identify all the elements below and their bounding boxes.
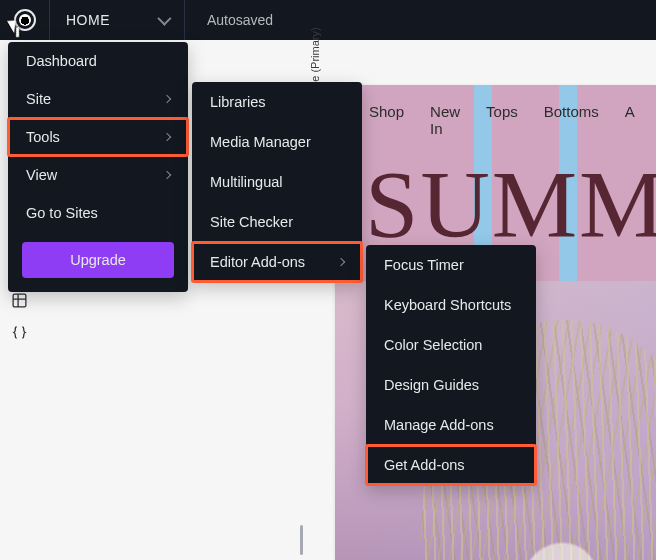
addons-item-get-addons[interactable]: Get Add-ons	[366, 445, 536, 485]
home-menu-label: HOME	[66, 12, 110, 28]
menu-item-tools[interactable]: Tools	[8, 118, 188, 156]
top-bar: HOME Autosaved	[0, 0, 656, 40]
main-menu: Dashboard Site Tools View Go to Sites Up…	[8, 42, 188, 292]
addons-item-focus-timer[interactable]: Focus Timer	[366, 245, 536, 285]
chevron-right-icon	[163, 133, 171, 141]
upgrade-button[interactable]: Upgrade	[22, 242, 174, 278]
braces-icon[interactable]	[11, 324, 28, 341]
addons-submenu: Focus Timer Keyboard Shortcuts Color Sel…	[366, 245, 536, 485]
menu-item-dashboard[interactable]: Dashboard	[8, 42, 188, 80]
addons-item-manage-addons[interactable]: Manage Add-ons	[366, 405, 536, 445]
left-rail	[0, 292, 38, 341]
tools-submenu: Libraries Media Manager Multilingual Sit…	[192, 82, 362, 282]
nav-link-shop[interactable]: Shop	[369, 103, 404, 137]
autosave-status: Autosaved	[185, 0, 295, 40]
submenu-item-editor-addons[interactable]: Editor Add-ons	[192, 242, 362, 282]
canvas-resize-handle[interactable]	[300, 525, 303, 555]
app-logo-cell[interactable]	[0, 0, 50, 40]
chevron-right-icon	[163, 95, 171, 103]
menu-item-site[interactable]: Site	[8, 80, 188, 118]
grid-icon[interactable]	[11, 292, 28, 309]
site-hero-title: SUMM	[365, 149, 656, 260]
nav-link-tops[interactable]: Tops	[486, 103, 518, 137]
submenu-item-site-checker[interactable]: Site Checker	[192, 202, 362, 242]
nav-link-accessories[interactable]: A	[625, 103, 635, 137]
menu-item-view[interactable]: View	[8, 156, 188, 194]
addons-item-design-guides[interactable]: Design Guides	[366, 365, 536, 405]
chevron-down-icon	[157, 12, 171, 26]
menu-item-go-to-sites[interactable]: Go to Sites	[8, 194, 188, 232]
submenu-item-media-manager[interactable]: Media Manager	[192, 122, 362, 162]
nav-link-new-in[interactable]: New In	[430, 103, 460, 137]
addons-item-keyboard-shortcuts[interactable]: Keyboard Shortcuts	[366, 285, 536, 325]
site-nav: Shop New In Tops Bottoms A	[335, 103, 656, 137]
nav-link-bottoms[interactable]: Bottoms	[544, 103, 599, 137]
home-menu-trigger[interactable]: HOME	[50, 0, 185, 40]
submenu-item-libraries[interactable]: Libraries	[192, 82, 362, 122]
chevron-right-icon	[337, 258, 345, 266]
chevron-right-icon	[163, 171, 171, 179]
submenu-item-multilingual[interactable]: Multilingual	[192, 162, 362, 202]
svg-rect-0	[13, 294, 26, 307]
addons-item-color-selection[interactable]: Color Selection	[366, 325, 536, 365]
